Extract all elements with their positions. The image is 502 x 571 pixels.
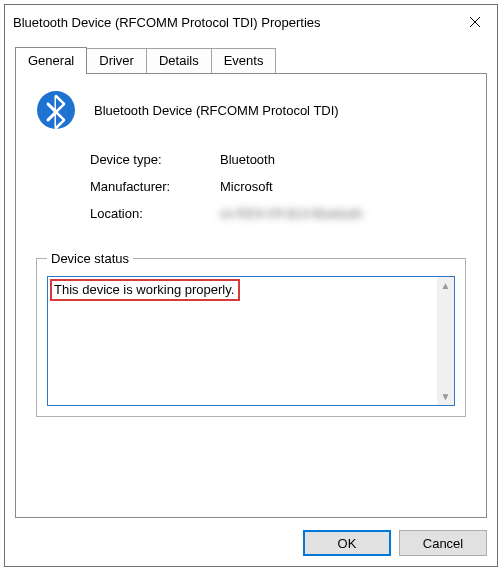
location-value: on REN-VR-B14 Bluetooth [220,206,362,221]
tab-events[interactable]: Events [211,48,277,73]
device-status-legend: Device status [47,251,133,266]
manufacturer-value: Microsoft [220,179,273,194]
device-type-value: Bluetooth [220,152,275,167]
tab-panel-general: Bluetooth Device (RFCOMM Protocol TDI) D… [15,73,487,518]
properties-dialog: Bluetooth Device (RFCOMM Protocol TDI) P… [4,4,498,567]
scroll-up-icon: ▲ [437,277,454,294]
device-type-label: Device type: [90,152,220,167]
window-title: Bluetooth Device (RFCOMM Protocol TDI) P… [13,15,321,30]
titlebar: Bluetooth Device (RFCOMM Protocol TDI) P… [5,5,497,39]
device-status-group: Device status This device is working pro… [36,251,466,417]
device-name: Bluetooth Device (RFCOMM Protocol TDI) [94,103,339,118]
close-button[interactable] [452,7,497,37]
ok-button[interactable]: OK [303,530,391,556]
dialog-buttons: OK Cancel [15,518,487,556]
device-info: Device type: Bluetooth Manufacturer: Mic… [90,152,466,233]
tab-general[interactable]: General [15,47,87,74]
cancel-button[interactable]: Cancel [399,530,487,556]
location-label: Location: [90,206,220,221]
dialog-content: General Driver Details Events Bluetooth … [5,39,497,566]
device-header: Bluetooth Device (RFCOMM Protocol TDI) [36,90,466,130]
device-status-textbox[interactable]: This device is working properly. ▲ ▼ [47,276,455,406]
bluetooth-icon [36,90,76,130]
status-highlight: This device is working properly. [50,279,240,301]
close-icon [469,16,481,28]
device-status-text: This device is working properly. [54,282,234,297]
scroll-down-icon: ▼ [437,388,454,405]
tab-driver[interactable]: Driver [86,48,147,73]
tab-strip: General Driver Details Events [15,45,487,73]
scrollbar[interactable]: ▲ ▼ [437,277,454,405]
manufacturer-label: Manufacturer: [90,179,220,194]
tab-details[interactable]: Details [146,48,212,73]
